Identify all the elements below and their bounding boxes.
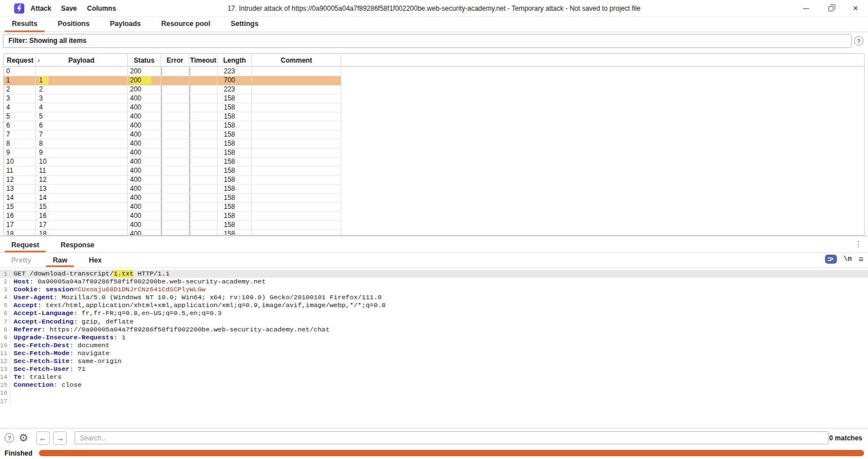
- table-row[interactable]: 3 3 400 158: [4, 94, 341, 103]
- table-row[interactable]: 7 7 400 158: [4, 130, 341, 139]
- editor-line: 10 Sec-Fetch-Dest: document: [0, 342, 868, 349]
- error-checkbox[interactable]: [161, 194, 162, 202]
- timeout-checkbox[interactable]: [189, 76, 190, 85]
- timeout-checkbox[interactable]: [189, 194, 190, 202]
- error-checkbox[interactable]: [161, 176, 162, 184]
- table-row[interactable]: 0 200 223: [4, 67, 341, 76]
- timeout-checkbox[interactable]: [189, 185, 190, 193]
- search-settings-button[interactable]: ⚙: [19, 432, 28, 443]
- table-row[interactable]: 18 18 400 158: [4, 230, 341, 235]
- tab-settings[interactable]: Settings: [223, 17, 266, 32]
- timeout-checkbox[interactable]: [189, 158, 190, 166]
- timeout-checkbox[interactable]: [189, 103, 190, 112]
- minimize-button[interactable]: [793, 0, 818, 17]
- line-number: 2: [0, 278, 10, 286]
- timeout-checkbox[interactable]: [189, 221, 190, 229]
- error-checkbox[interactable]: [161, 185, 162, 193]
- column-header-timeout[interactable]: Timeout: [189, 54, 218, 67]
- timeout-checkbox[interactable]: [189, 167, 190, 175]
- table-row[interactable]: 6 6 400 158: [4, 121, 341, 130]
- error-checkbox[interactable]: [161, 67, 162, 76]
- error-checkbox[interactable]: [161, 103, 162, 112]
- error-checkbox[interactable]: [161, 121, 162, 130]
- timeout-checkbox[interactable]: [189, 230, 190, 235]
- table-row[interactable]: 1 1 200 700: [4, 76, 341, 85]
- table-row[interactable]: 10 10 400 158: [4, 158, 341, 167]
- editor-toolbar: \n ≡: [825, 254, 863, 264]
- editor-menu-icon[interactable]: ≡: [858, 254, 863, 264]
- tab-pretty[interactable]: Pretty: [5, 253, 38, 267]
- error-checkbox[interactable]: [161, 85, 162, 94]
- filter-bar[interactable]: Filter: Showing all items: [3, 34, 852, 48]
- tab-hex[interactable]: Hex: [82, 253, 108, 267]
- error-checkbox[interactable]: [161, 230, 162, 235]
- search-input[interactable]: [75, 431, 828, 444]
- table-row[interactable]: 15 15 400 158: [4, 203, 341, 212]
- timeout-checkbox[interactable]: [189, 121, 190, 130]
- timeout-checkbox[interactable]: [189, 130, 190, 139]
- table-row[interactable]: 14 14 400 158: [4, 194, 341, 203]
- table-row[interactable]: 4 4 400 158: [4, 103, 341, 112]
- error-checkbox[interactable]: [161, 167, 162, 175]
- pretty-print-icon[interactable]: [825, 255, 837, 264]
- error-checkbox[interactable]: [161, 148, 162, 157]
- table-row[interactable]: 2 2 200 223: [4, 85, 341, 94]
- error-checkbox[interactable]: [161, 212, 162, 220]
- request-editor[interactable]: 1 GET /download-transcript/1.txt HTTP/1.…: [0, 268, 868, 427]
- line-text: [10, 397, 14, 405]
- error-checkbox[interactable]: [161, 76, 162, 85]
- previous-match-button[interactable]: ←: [36, 431, 50, 445]
- match-count: 0 matches: [829, 434, 862, 442]
- table-row[interactable]: 8 8 400 158: [4, 139, 341, 148]
- table-row[interactable]: 13 13 400 158: [4, 185, 341, 194]
- kebab-menu-icon[interactable]: ⋮: [854, 239, 862, 248]
- error-checkbox[interactable]: [161, 203, 162, 211]
- column-header-length[interactable]: Length: [218, 54, 252, 67]
- error-checkbox[interactable]: [161, 94, 162, 103]
- error-checkbox[interactable]: [161, 158, 162, 166]
- help-button[interactable]: ?: [854, 36, 863, 46]
- timeout-checkbox[interactable]: [189, 94, 190, 103]
- timeout-checkbox[interactable]: [189, 85, 190, 94]
- table-row[interactable]: 12 12 400 158: [4, 176, 341, 185]
- close-button[interactable]: ×: [843, 0, 868, 17]
- timeout-checkbox[interactable]: [189, 67, 190, 76]
- restore-button[interactable]: [818, 0, 843, 17]
- table-row[interactable]: 16 16 400 158: [4, 212, 341, 221]
- timeout-checkbox[interactable]: [189, 139, 190, 148]
- line-text: Accept-Encoding: gzip, deflate: [10, 318, 133, 326]
- table-row[interactable]: 17 17 400 158: [4, 221, 341, 230]
- tab-resource-pool[interactable]: Resource pool: [154, 17, 218, 32]
- column-header-payload[interactable]: Payload: [36, 54, 128, 67]
- error-checkbox[interactable]: [161, 130, 162, 139]
- timeout-checkbox[interactable]: [189, 148, 190, 157]
- column-header-status[interactable]: Status: [128, 54, 161, 67]
- tab-raw[interactable]: Raw: [46, 253, 74, 267]
- error-checkbox[interactable]: [161, 112, 162, 121]
- timeout-checkbox[interactable]: [189, 212, 190, 220]
- table-row[interactable]: 9 9 400 158: [4, 148, 341, 158]
- tab-results[interactable]: Results: [5, 17, 45, 32]
- line-number: 17: [0, 397, 10, 405]
- line-text: [10, 389, 14, 397]
- restore-icon: [828, 6, 834, 11]
- search-help-button[interactable]: ?: [5, 433, 14, 443]
- tab-request[interactable]: Request: [5, 237, 46, 252]
- show-newlines-icon[interactable]: \n: [844, 255, 852, 263]
- timeout-checkbox[interactable]: [189, 112, 190, 121]
- error-checkbox[interactable]: [161, 221, 162, 229]
- column-header-comment[interactable]: Comment: [252, 54, 341, 67]
- column-header-request[interactable]: Request ∧: [4, 54, 36, 67]
- next-match-button[interactable]: →: [53, 431, 67, 445]
- editor-line: 15 Connection: close: [0, 381, 868, 389]
- tab-response[interactable]: Response: [54, 237, 101, 252]
- column-header-error[interactable]: Error: [161, 54, 189, 67]
- error-checkbox[interactable]: [161, 139, 162, 148]
- table-row[interactable]: 5 5 400 158: [4, 112, 341, 121]
- tab-positions[interactable]: Positions: [50, 17, 97, 32]
- timeout-checkbox[interactable]: [189, 203, 190, 211]
- attack-progress-bar: [39, 450, 864, 456]
- tab-payloads[interactable]: Payloads: [102, 17, 148, 32]
- timeout-checkbox[interactable]: [189, 176, 190, 184]
- table-row[interactable]: 11 11 400 158: [4, 167, 341, 176]
